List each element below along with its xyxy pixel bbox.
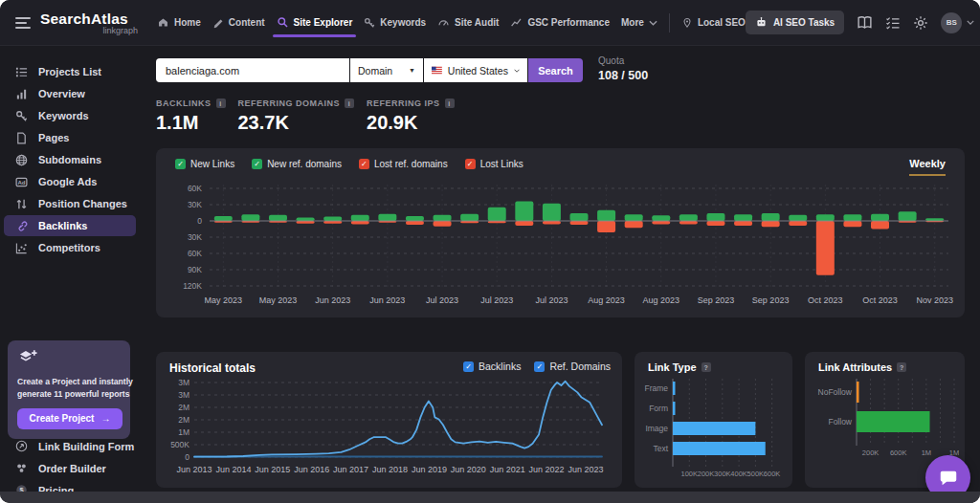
stat-backlinks: BACKLINKSi 1.1M: [156, 98, 226, 134]
info-icon[interactable]: i: [345, 98, 354, 108]
promo-text: Create a Project and instantly generate …: [17, 376, 122, 401]
legend-label: Lost Links: [480, 159, 523, 169]
legend-new-ref-domains[interactable]: ✓New ref. domains: [252, 159, 342, 169]
checkbox-label: Backlinks: [479, 361, 521, 372]
search-type-value: Domain: [358, 65, 392, 77]
svg-text:Jul 2023: Jul 2023: [480, 295, 513, 305]
link-type-panel: Link Type? FrameFormImageText100K200K300…: [635, 352, 792, 488]
docs-book-icon[interactable]: [857, 15, 873, 30]
checkbox-checked[interactable]: ✓: [463, 361, 474, 372]
legend-lost-ref-domains[interactable]: ✓Lost ref. domains: [359, 159, 448, 169]
svg-text:90K: 90K: [188, 265, 202, 274]
home-icon: [157, 16, 169, 29]
info-icon[interactable]: ?: [702, 362, 711, 372]
checkbox-checked[interactable]: ✓: [534, 361, 545, 372]
sidebar-item-position-changes[interactable]: Position Changes: [4, 193, 136, 214]
ai-seo-tasks-button[interactable]: AI SEO Tasks: [746, 11, 844, 34]
checklist-icon[interactable]: [885, 16, 901, 30]
info-icon[interactable]: i: [445, 98, 455, 108]
quota-value: 108 / 500: [598, 69, 648, 82]
logo[interactable]: SearchAtlas linkgraph: [40, 11, 138, 35]
nav-site-audit[interactable]: Site Audit: [437, 0, 499, 45]
magnifier-icon: [277, 16, 289, 29]
info-icon[interactable]: i: [216, 98, 226, 108]
checkbox-checked[interactable]: ✓: [175, 159, 186, 169]
svg-text:200K: 200K: [862, 448, 880, 457]
page-icon: [15, 132, 28, 144]
stat-referring-ips: REFERRING IPSi 20.9K: [367, 98, 455, 134]
sidebar-label: Subdomains: [38, 154, 101, 165]
svg-text:Nov 2023: Nov 2023: [916, 295, 953, 305]
gauge-icon: [437, 16, 450, 29]
nav-site-explorer[interactable]: Site Explorer: [277, 0, 353, 45]
svg-text:Jun 2015: Jun 2015: [255, 465, 290, 474]
checkbox-backlinks[interactable]: ✓Backlinks: [463, 361, 521, 372]
gear-icon[interactable]: [913, 15, 928, 31]
sidebar-label: Link Building Form: [38, 441, 134, 452]
svg-text:600K: 600K: [764, 470, 781, 478]
checkbox-checked[interactable]: ✓: [252, 159, 262, 169]
legend-lost-links[interactable]: ✓Lost Links: [465, 159, 523, 169]
link-icon: [15, 220, 28, 232]
user-menu[interactable]: BS: [941, 12, 974, 33]
svg-text:Jun 2013: Jun 2013: [176, 465, 212, 474]
create-project-button[interactable]: Create Project →: [17, 408, 122, 429]
sidebar-item-backlinks[interactable]: Backlinks: [4, 215, 136, 236]
nav-label: Local SEO: [698, 17, 746, 28]
quota: Quota 108 / 500: [598, 55, 648, 82]
svg-text:Sep 2023: Sep 2023: [698, 295, 735, 305]
ai-seo-tasks-label: AI SEO Tasks: [773, 17, 835, 28]
country-dropdown[interactable]: United States: [424, 58, 527, 82]
sidebar-item-subdomains[interactable]: Subdomains: [4, 149, 136, 170]
nav-label: Content: [229, 17, 265, 28]
checkbox-checked[interactable]: ✓: [465, 159, 476, 169]
layers-plus-icon: [17, 349, 38, 367]
ad-icon: Ad: [15, 176, 28, 188]
sidebar-item-google-ads[interactable]: Ad Google Ads: [4, 171, 136, 192]
svg-text:0: 0: [185, 452, 189, 462]
nav-more[interactable]: More: [621, 0, 657, 45]
svg-text:60K: 60K: [188, 249, 202, 258]
legend-new-links[interactable]: ✓New Links: [175, 159, 234, 169]
sidebar-label: Backlinks: [38, 220, 87, 231]
stat-label: REFERRING IPS: [367, 98, 440, 108]
site-explorer-search-bar: Domain ▼ United States Search: [156, 58, 583, 82]
nav-keywords[interactable]: Keywords: [364, 0, 426, 45]
sidebar-item-overview[interactable]: Overview: [4, 83, 136, 104]
svg-text:Oct 2023: Oct 2023: [862, 295, 898, 305]
nav-label: Keywords: [380, 17, 426, 28]
svg-text:Jun 2020: Jun 2020: [451, 465, 486, 474]
link-type-chart: FrameFormImageText100K200K300K400K500K60…: [640, 377, 787, 486]
search-type-dropdown[interactable]: Domain ▼: [350, 58, 423, 82]
svg-text:2M: 2M: [178, 415, 189, 425]
nav-home[interactable]: Home: [157, 0, 201, 45]
sidebar-link-building-form[interactable]: Link Building Form: [4, 435, 138, 457]
menu-icon[interactable]: [15, 17, 31, 29]
weekly-period-tab[interactable]: Weekly: [909, 158, 946, 176]
nav-local-seo[interactable]: Local SEO: [681, 0, 746, 45]
info-icon[interactable]: ?: [897, 362, 906, 372]
svg-text:0: 0: [197, 216, 202, 226]
svg-text:200K: 200K: [698, 470, 715, 478]
domain-search-input[interactable]: [156, 58, 349, 82]
svg-text:Follow: Follow: [828, 417, 852, 426]
sidebar-label: Competitors: [38, 242, 100, 253]
performance-chart-icon: [510, 16, 523, 29]
sidebar-label: Keywords: [38, 110, 89, 121]
svg-text:500K: 500K: [747, 470, 765, 478]
pencil-icon: [212, 17, 224, 29]
chevron-down-icon: [514, 68, 520, 74]
sidebar-item-keywords[interactable]: Keywords: [4, 105, 136, 126]
sidebar-item-competitors[interactable]: Competitors: [4, 237, 136, 258]
checkbox-ref-domains[interactable]: ✓Ref. Domains: [534, 361, 611, 372]
sidebar-item-pages[interactable]: Pages: [4, 127, 136, 148]
svg-text:500K: 500K: [170, 440, 189, 449]
nav-gsc-performance[interactable]: GSC Performance: [510, 0, 610, 45]
sidebar-item-projects-list[interactable]: Projects List: [4, 61, 136, 82]
svg-text:Jun 2023: Jun 2023: [369, 295, 405, 305]
checkbox-checked[interactable]: ✓: [359, 159, 369, 169]
sidebar-order-builder[interactable]: Order Builder: [4, 457, 138, 479]
search-button[interactable]: Search: [528, 58, 583, 82]
nav-content[interactable]: Content: [212, 0, 265, 45]
nav-label: More: [621, 17, 644, 28]
